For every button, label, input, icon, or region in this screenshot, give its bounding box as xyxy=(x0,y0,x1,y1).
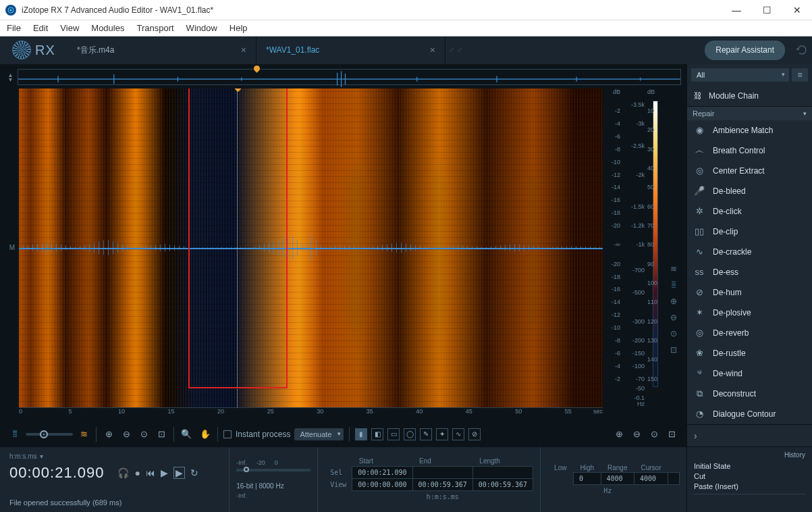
module-de-hum[interactable]: ⊘De-hum xyxy=(687,282,812,303)
sel-time-icon[interactable]: ▮ xyxy=(355,428,367,440)
deess-icon: ss xyxy=(694,267,705,278)
maximize-button[interactable]: ☐ xyxy=(757,3,777,17)
history-item[interactable]: Paste (Insert) xyxy=(694,482,805,490)
zoom-freq-sel-icon[interactable]: ⊙ xyxy=(670,329,677,338)
module-dialogue-contour[interactable]: ◔Dialogue Contour xyxy=(687,404,812,424)
menu-transport[interactable]: Transport xyxy=(136,23,173,33)
sel-start[interactable]: 00:00:21.090 xyxy=(352,467,412,479)
history-item[interactable]: Initial State xyxy=(694,462,805,470)
zoom-fit-right-icon[interactable]: ⊡ xyxy=(665,428,678,441)
view-end[interactable]: 00:00:59.367 xyxy=(412,479,472,491)
zoom-out-right-icon[interactable]: ⊖ xyxy=(630,428,643,441)
module-list-menu-icon[interactable]: ≡ xyxy=(792,68,808,82)
opacity-slider[interactable] xyxy=(26,433,73,436)
time-format-dropdown-icon[interactable]: ▾ xyxy=(40,453,43,460)
sel-deselect-icon[interactable]: ⊘ xyxy=(468,428,481,440)
tab-file-2[interactable]: *WAV1_01.flac × xyxy=(256,36,445,64)
process-mode-dropdown[interactable]: Attenuate xyxy=(294,428,344,440)
section-repair[interactable]: Repair xyxy=(687,107,812,120)
sel-freq-icon[interactable]: ▭ xyxy=(387,428,400,440)
zoom-out-icon[interactable]: ⊖ xyxy=(119,428,133,441)
module-de-bleed[interactable]: 🎤De-bleed xyxy=(687,181,812,201)
sel-wand-icon[interactable]: ✦ xyxy=(436,428,448,440)
module-breath-control[interactable]: ෴Breath Control xyxy=(687,140,812,161)
undo-history-icon[interactable] xyxy=(792,36,812,64)
zoom-freq-out-icon[interactable]: ⊖ xyxy=(670,313,677,322)
waveform-mode-icon[interactable]: ⦙⦙⦙ xyxy=(8,428,22,441)
zoom-in-icon[interactable]: ⊕ xyxy=(102,428,115,441)
playhead[interactable] xyxy=(237,88,238,407)
menu-help[interactable]: Help xyxy=(229,23,248,33)
center-icon: ◎ xyxy=(694,165,705,176)
zoom-sel-right-icon[interactable]: ⊙ xyxy=(647,428,661,441)
overview-playhead[interactable] xyxy=(256,68,257,86)
level-meter[interactable] xyxy=(236,469,310,471)
tab-close-icon[interactable]: × xyxy=(430,45,435,55)
headphones-icon[interactable]: 🎧 xyxy=(117,467,129,478)
menu-edit[interactable]: Edit xyxy=(33,23,48,33)
sel-end[interactable] xyxy=(412,467,472,479)
freq-cursor[interactable] xyxy=(668,473,680,485)
view-length[interactable]: 00:00:59.367 xyxy=(472,479,533,491)
sel-harmonics-icon[interactable]: ∿ xyxy=(452,428,464,440)
declick-icon: ✲ xyxy=(694,206,705,217)
module-deconstruct[interactable]: ⧉Deconstruct xyxy=(687,384,812,404)
spectrogram-mode-icon[interactable]: ≋ xyxy=(77,428,90,441)
spectrogram[interactable] xyxy=(19,88,603,407)
timecode-display[interactable]: 00:00:21.090 xyxy=(9,464,104,482)
overview-waveform[interactable] xyxy=(18,69,681,85)
close-button[interactable]: ✕ xyxy=(788,3,807,17)
time-ruler[interactable]: 0 5 10 15 20 25 30 35 40 45 50 55 sec xyxy=(19,407,603,419)
overview-collapse-icon[interactable]: ▴▾ xyxy=(5,72,15,82)
rewind-button[interactable]: ⏮ xyxy=(146,467,155,478)
menu-view[interactable]: View xyxy=(60,23,79,33)
module-center-extract[interactable]: ◎Center Extract xyxy=(687,161,812,181)
module-de-reverb[interactable]: ◎De-reverb xyxy=(687,323,812,343)
tab-overflow-icon[interactable]: ⟋⟋ xyxy=(445,36,466,64)
play-sel-button[interactable]: ▶ xyxy=(173,467,185,479)
module-de-plosive[interactable]: ✶De-plosive xyxy=(687,303,812,323)
module-de-click[interactable]: ✲De-click xyxy=(687,201,812,222)
chain-icon: ⛓ xyxy=(694,91,702,101)
play-button[interactable]: ▶ xyxy=(161,467,168,478)
zoom-fit-icon[interactable]: ⊡ xyxy=(155,428,168,441)
freq-high[interactable]: 4000 xyxy=(601,473,634,485)
module-filter-dropdown[interactable]: All xyxy=(691,68,789,82)
menu-window[interactable]: Window xyxy=(186,23,217,33)
zoom-tool-icon[interactable]: 🔍 xyxy=(180,428,193,441)
freq-low[interactable]: 0 xyxy=(573,473,601,485)
tab-close-icon[interactable]: × xyxy=(241,45,246,55)
history-item[interactable]: Cut xyxy=(694,472,805,480)
module-ambience-match[interactable]: ◉Ambience Match xyxy=(687,120,812,140)
time-format-label[interactable]: h:m:s.ms xyxy=(9,453,37,460)
sel-timefreq-icon[interactable]: ◧ xyxy=(371,428,383,440)
instant-process-checkbox[interactable] xyxy=(223,430,232,438)
zoom-in-right-icon[interactable]: ⊕ xyxy=(612,428,626,441)
menu-file[interactable]: File xyxy=(7,23,21,33)
module-more-icon[interactable]: › xyxy=(687,424,812,446)
view-start[interactable]: 00:00:00.000 xyxy=(352,479,412,491)
zoom-freq-fit-icon[interactable]: ⊡ xyxy=(670,345,677,355)
module-de-rustle[interactable]: ❀De-rustle xyxy=(687,343,812,363)
module-de-clip[interactable]: ▯▯De-clip xyxy=(687,222,812,242)
sel-length[interactable] xyxy=(472,467,533,479)
module-de-crackle[interactable]: ∿De-crackle xyxy=(687,242,812,262)
freq-range[interactable]: 4000 xyxy=(634,473,668,485)
sel-lasso-icon[interactable]: ◯ xyxy=(404,428,416,440)
sel-brush-icon[interactable]: ✎ xyxy=(420,428,432,440)
module-de-wind[interactable]: ༄De-wind xyxy=(687,363,812,384)
menu-modules[interactable]: Modules xyxy=(91,23,124,33)
record-button[interactable]: ● xyxy=(134,467,140,478)
view-waveform-icon[interactable]: ≋ xyxy=(670,264,677,274)
zoom-sel-icon[interactable]: ⊙ xyxy=(137,428,151,441)
minimize-button[interactable]: — xyxy=(726,3,747,17)
repair-assistant-button[interactable]: Repair Assistant xyxy=(705,41,785,60)
view-spectrogram-icon[interactable]: ⦙⦙⦙ xyxy=(672,280,676,290)
zoom-freq-in-icon[interactable]: ⊕ xyxy=(670,297,677,306)
loop-button[interactable]: ↻ xyxy=(190,467,198,478)
tab-file-1[interactable]: *音乐.m4a × xyxy=(67,36,256,64)
module-chain-button[interactable]: ⛓ Module Chain xyxy=(687,86,812,107)
meter-section: -Inf. -20 0 16-bit | 8000 Hz -Inf. xyxy=(229,447,317,512)
grab-tool-icon[interactable]: ✋ xyxy=(198,428,212,441)
module-de-ess[interactable]: ssDe-ess xyxy=(687,262,812,282)
